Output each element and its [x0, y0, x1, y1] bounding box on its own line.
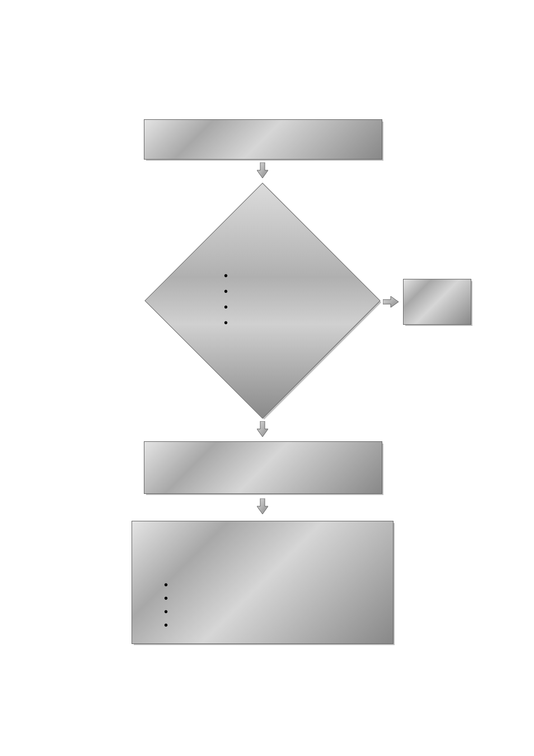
flow-box-mid — [144, 441, 381, 493]
svg-marker-1 — [383, 296, 399, 307]
arrow-down-icon — [257, 498, 268, 514]
svg-marker-3 — [257, 498, 268, 514]
decision-bullets — [224, 268, 228, 330]
flow-box-right — [403, 279, 470, 324]
flow-box-bottom — [132, 521, 392, 643]
bottom-box-bullets — [164, 578, 168, 632]
arrow-down-icon — [257, 421, 268, 437]
arrow-right-icon — [383, 296, 399, 307]
svg-marker-2 — [257, 421, 268, 437]
svg-marker-0 — [257, 162, 268, 178]
flow-box-top — [144, 119, 381, 158]
arrow-down-icon — [257, 162, 268, 178]
